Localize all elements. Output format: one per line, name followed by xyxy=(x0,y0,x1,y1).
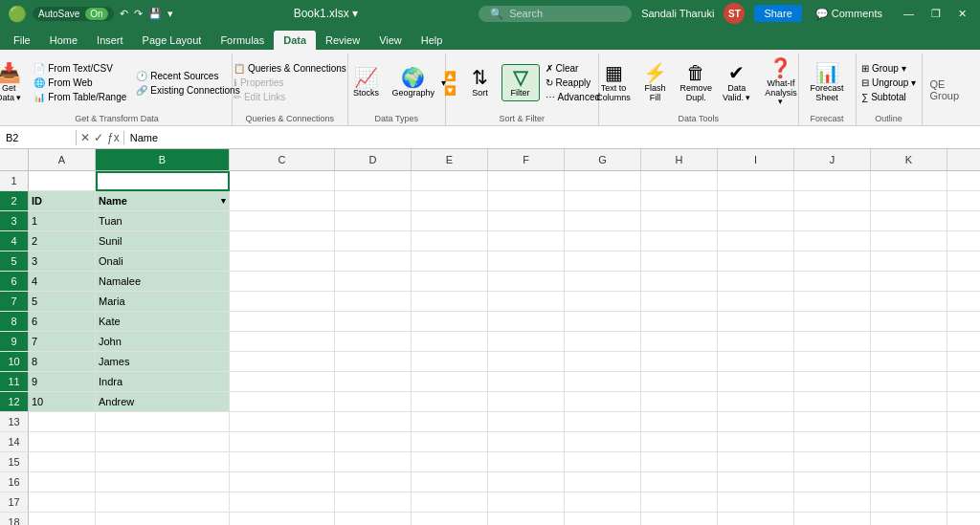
cell[interactable] xyxy=(718,231,794,252)
cell[interactable] xyxy=(230,513,335,525)
cell[interactable] xyxy=(488,292,565,312)
cell[interactable] xyxy=(565,231,641,252)
cell[interactable] xyxy=(947,472,980,492)
cell[interactable] xyxy=(565,191,641,211)
cell[interactable] xyxy=(335,272,412,292)
cell[interactable] xyxy=(641,292,718,312)
cell[interactable] xyxy=(96,492,230,513)
cell[interactable] xyxy=(947,292,980,312)
col-header-l[interactable]: L xyxy=(947,149,980,170)
col-header-e[interactable]: E xyxy=(412,149,488,170)
from-web-button[interactable]: 🌐 From Web xyxy=(30,76,130,90)
col-header-f[interactable]: F xyxy=(488,149,565,170)
sort-button[interactable]: ⇅ Sort xyxy=(461,65,500,101)
cell[interactable] xyxy=(335,171,412,191)
cell[interactable] xyxy=(794,191,871,211)
cell[interactable] xyxy=(718,372,794,392)
cell[interactable] xyxy=(947,432,980,452)
cell[interactable] xyxy=(230,472,335,492)
row-header[interactable]: 13 xyxy=(0,412,29,432)
row-header[interactable]: 10 xyxy=(0,352,29,372)
corner-cell[interactable] xyxy=(0,149,29,170)
row-header[interactable]: 17 xyxy=(0,492,29,513)
cell[interactable] xyxy=(871,392,947,412)
confirm-formula-icon[interactable]: ✓ xyxy=(94,131,103,144)
col-header-h[interactable]: H xyxy=(641,149,718,170)
cell[interactable] xyxy=(96,513,230,525)
cell[interactable] xyxy=(871,272,947,292)
insert-function-icon[interactable]: ƒx xyxy=(107,131,120,144)
cell[interactable] xyxy=(230,432,335,452)
cell[interactable] xyxy=(871,372,947,392)
cell[interactable] xyxy=(794,231,871,252)
cell[interactable] xyxy=(29,432,96,452)
cell[interactable] xyxy=(29,452,96,472)
cell[interactable] xyxy=(335,392,412,412)
cell[interactable] xyxy=(565,452,641,472)
row-header[interactable]: 12 xyxy=(0,392,29,412)
cell[interactable] xyxy=(947,513,980,525)
row-header[interactable]: 15 xyxy=(0,452,29,472)
cell[interactable] xyxy=(641,412,718,432)
cell[interactable] xyxy=(230,171,335,191)
col-header-i[interactable]: I xyxy=(718,149,794,170)
cell[interactable] xyxy=(794,171,871,191)
tab-home[interactable]: Home xyxy=(40,31,87,50)
cell[interactable] xyxy=(335,452,412,472)
cell[interactable] xyxy=(718,211,794,231)
cell[interactable] xyxy=(230,392,335,412)
cell[interactable] xyxy=(947,332,980,352)
cell[interactable]: 9 xyxy=(29,372,96,392)
existing-connections-button[interactable]: 🔗 Existing Connections xyxy=(132,83,243,98)
cell[interactable] xyxy=(335,412,412,432)
stocks-button[interactable]: 📈 Stocks xyxy=(347,65,386,101)
cell[interactable] xyxy=(230,352,335,372)
undo-icon[interactable]: ↶ xyxy=(120,8,128,20)
cell[interactable] xyxy=(641,191,718,211)
cell[interactable]: Onali xyxy=(96,252,230,272)
cell[interactable] xyxy=(96,452,230,472)
cell[interactable] xyxy=(488,191,565,211)
queries-connections-button[interactable]: 📋 Queries & Connections xyxy=(230,61,350,76)
cell[interactable] xyxy=(718,432,794,452)
cell[interactable] xyxy=(412,231,488,252)
cell[interactable] xyxy=(794,332,871,352)
tab-insert[interactable]: Insert xyxy=(87,31,133,50)
row-header[interactable]: 6 xyxy=(0,272,29,292)
cell[interactable] xyxy=(29,412,96,432)
cell[interactable] xyxy=(794,211,871,231)
cell[interactable]: Indra xyxy=(96,372,230,392)
quick-access-dropdown[interactable]: ▾ xyxy=(167,8,173,20)
cell[interactable] xyxy=(947,352,980,372)
cell[interactable] xyxy=(794,492,871,513)
row-header[interactable]: 16 xyxy=(0,472,29,492)
cell[interactable] xyxy=(718,332,794,352)
row-header[interactable]: 1 xyxy=(0,171,29,191)
cell[interactable] xyxy=(641,452,718,472)
cell[interactable] xyxy=(871,332,947,352)
cell[interactable] xyxy=(641,171,718,191)
cell[interactable] xyxy=(412,472,488,492)
cell[interactable] xyxy=(565,211,641,231)
filter-dropdown-icon[interactable]: ▾ xyxy=(221,196,226,206)
cell[interactable]: Sunil xyxy=(96,231,230,252)
cell[interactable] xyxy=(718,392,794,412)
cell[interactable] xyxy=(871,231,947,252)
row-header[interactable]: 11 xyxy=(0,372,29,392)
group-button[interactable]: ⊞ Group ▾ xyxy=(858,61,920,76)
row-header[interactable]: 8 xyxy=(0,312,29,332)
cell[interactable] xyxy=(947,211,980,231)
cell[interactable] xyxy=(794,312,871,332)
cell[interactable] xyxy=(947,392,980,412)
cell[interactable] xyxy=(565,492,641,513)
cell[interactable] xyxy=(230,452,335,472)
cell[interactable] xyxy=(230,211,335,231)
cell[interactable] xyxy=(412,452,488,472)
tab-page-layout[interactable]: Page Layout xyxy=(133,31,212,50)
cell[interactable] xyxy=(718,252,794,272)
cell[interactable] xyxy=(412,513,488,525)
share-button[interactable]: Share xyxy=(754,5,801,22)
cell[interactable] xyxy=(565,372,641,392)
filter-button[interactable]: ▽ Filter xyxy=(501,64,540,102)
cell[interactable] xyxy=(641,432,718,452)
